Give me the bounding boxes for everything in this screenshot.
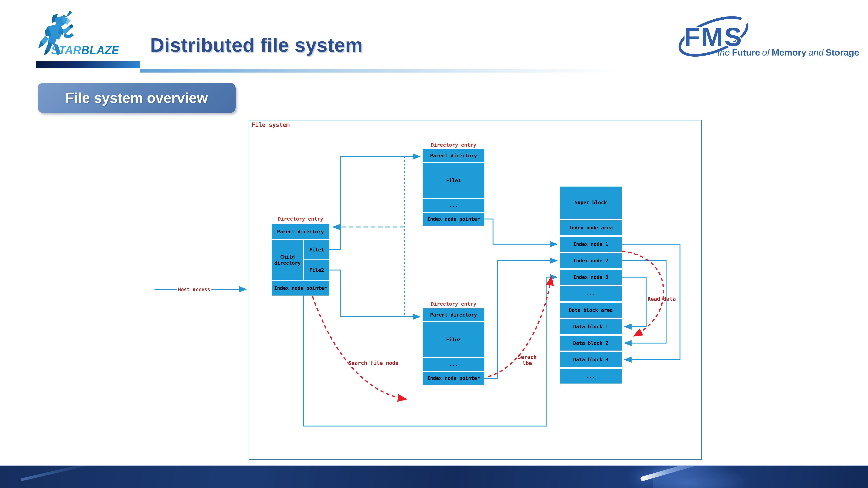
wire-index-node-3-to-data-block-1: [622, 277, 646, 327]
search-file-node-label: Search file node: [348, 360, 399, 366]
serach-lba-label: Serach lba: [512, 354, 543, 366]
wire-file1-to-top-parent: [329, 157, 420, 250]
read-data-label: Read data: [647, 296, 676, 302]
wire-left-pointer-to-index-node-3: [304, 277, 557, 426]
connector-layer: [0, 0, 868, 488]
host-access-label: Host access: [177, 285, 212, 294]
wire-top-pointer-to-index-node-1: [484, 219, 557, 244]
slide: STARBLAZE Distributed file system FMS th…: [0, 0, 868, 488]
flow-search-file-node: [312, 296, 406, 399]
wire-file2-to-bottom-parent: [329, 270, 420, 317]
flow-read-data: [622, 251, 663, 336]
